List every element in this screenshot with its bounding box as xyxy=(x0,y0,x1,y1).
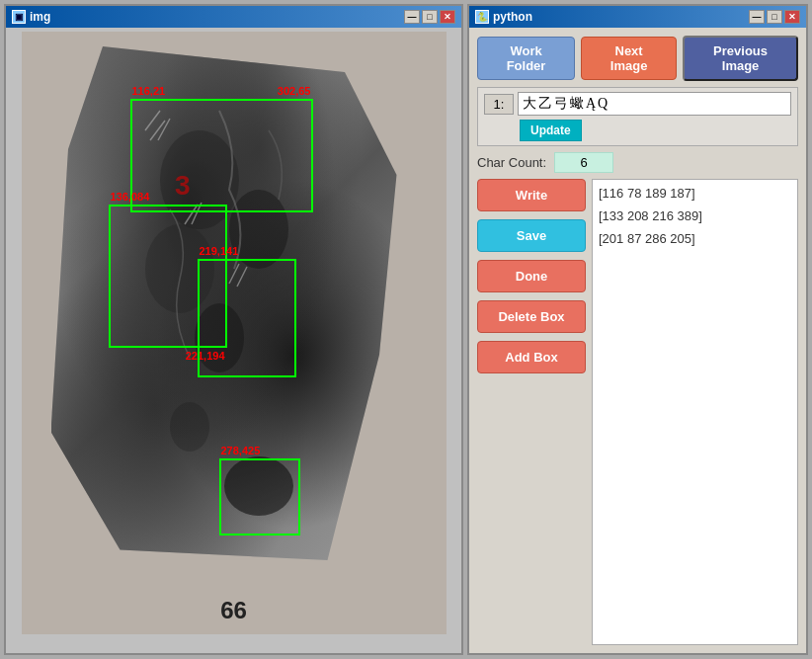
work-folder-button[interactable]: Work Folder xyxy=(477,37,575,80)
bbox-1-label-tr: 302,65 xyxy=(278,85,311,97)
char-input-row: 1: xyxy=(484,92,791,116)
python-minimize-btn[interactable]: — xyxy=(749,10,765,24)
img-titlebar-controls: — □ ✕ xyxy=(404,10,455,24)
coord-item-2: [201 87 286 205] xyxy=(599,231,791,246)
img-title-icon: ▣ xyxy=(12,10,26,24)
python-title-icon: 🐍 xyxy=(475,10,489,24)
char-count-value: 6 xyxy=(554,152,613,173)
char-count-row: Char Count: 6 xyxy=(477,152,798,173)
bbox-3-label-tl: 219,141 xyxy=(200,245,239,257)
artifact-background: 3 116,21 302,65 136,084 221,194 xyxy=(22,32,447,634)
add-box-button[interactable]: Add Box xyxy=(477,341,586,373)
image-canvas: 3 116,21 302,65 136,084 221,194 xyxy=(22,32,447,634)
done-button[interactable]: Done xyxy=(477,260,586,292)
python-titlebar-controls: — □ ✕ xyxy=(749,10,800,24)
img-titlebar: ▣ img — □ ✕ xyxy=(6,6,461,28)
bbox-4-label-tl: 278,425 xyxy=(221,445,261,456)
update-button-container: Update xyxy=(484,120,791,141)
bbox-4: 278,425 xyxy=(219,458,300,535)
action-buttons: Write Save Done Delete Box Add Box xyxy=(477,179,586,645)
python-content-area: Work Folder Next Image Previous Image 1:… xyxy=(469,28,806,653)
char-input-field[interactable] xyxy=(518,92,791,116)
bbox-1-label-tl: 116,21 xyxy=(132,85,166,97)
img-title-area: ▣ img xyxy=(12,10,50,24)
write-button[interactable]: Write xyxy=(477,179,586,211)
bbox-1: 116,21 302,65 xyxy=(130,99,313,212)
bbox-2-label-tl: 136,084 xyxy=(111,191,150,203)
top-buttons-row: Work Folder Next Image Previous Image xyxy=(477,36,798,81)
img-close-btn[interactable]: ✕ xyxy=(440,10,455,24)
python-title-text: python xyxy=(493,10,532,24)
delete-box-button[interactable]: Delete Box xyxy=(477,300,586,333)
save-button[interactable]: Save xyxy=(477,219,586,252)
update-button[interactable]: Update xyxy=(520,120,582,141)
img-content-area: 3 116,21 302,65 136,084 221,194 xyxy=(6,28,461,653)
coord-item-0: [116 78 189 187] xyxy=(599,186,791,201)
python-titlebar: 🐍 python — □ ✕ xyxy=(469,6,806,28)
char-input-container: 1: Update xyxy=(477,87,798,146)
img-window: ▣ img — □ ✕ xyxy=(4,4,463,655)
python-maximize-btn[interactable]: □ xyxy=(767,10,782,24)
main-area: Write Save Done Delete Box Add Box [116 … xyxy=(477,179,798,645)
img-maximize-btn[interactable]: □ xyxy=(422,10,438,24)
image-number-label: 66 xyxy=(220,597,247,624)
svg-point-5 xyxy=(170,402,209,452)
python-title-area: 🐍 python xyxy=(475,10,532,24)
row-number-label: 1: xyxy=(484,94,514,115)
python-window: 🐍 python — □ ✕ Work Folder Next Image Pr… xyxy=(467,4,808,655)
next-image-button[interactable]: Next Image xyxy=(581,37,677,80)
coord-item-1: [133 208 216 389] xyxy=(599,208,791,223)
coordinates-list: [116 78 189 187] [133 208 216 389] [201 … xyxy=(592,179,798,645)
prev-image-button[interactable]: Previous Image xyxy=(683,36,798,81)
img-minimize-btn[interactable]: — xyxy=(404,10,420,24)
bbox-3: 219,141 xyxy=(198,259,296,377)
char-count-label: Char Count: xyxy=(477,155,546,170)
python-close-btn[interactable]: ✕ xyxy=(784,10,800,24)
img-title-text: img xyxy=(30,10,50,24)
